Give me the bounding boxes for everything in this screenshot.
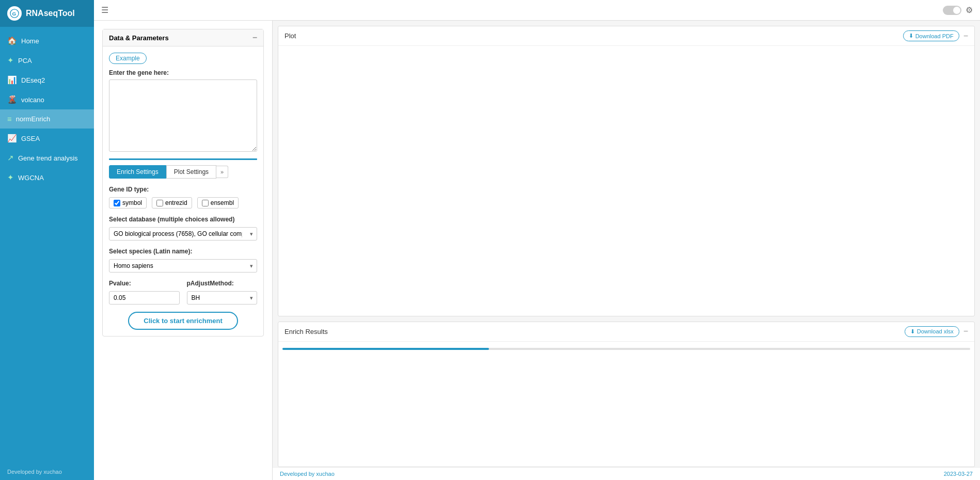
svg-text:G: G (12, 11, 17, 17)
pvalue-col: Pvalue: (109, 280, 180, 305)
example-button[interactable]: Example (109, 53, 147, 64)
download-pdf-icon: ⬇ (909, 33, 913, 39)
sidebar-item-label: PCA (18, 57, 32, 65)
tab-more-button[interactable]: » (216, 166, 228, 178)
database-dropdown-wrapper: GO biological process (7658), GO cellula… (109, 227, 257, 241)
enrich-progress-bar-fill (282, 348, 489, 350)
download-pdf-label: Download PDF (915, 33, 954, 39)
database-select[interactable]: GO biological process (7658), GO cellula… (109, 227, 257, 241)
sidebar: G RNAseqTool 🏠 Home ✦ PCA 📊 DEseq2 🌋 vol… (0, 0, 94, 480)
left-panel: Data & Parameters − Example Enter the ge… (94, 21, 273, 480)
sidebar-item-label: Home (21, 37, 39, 45)
plot-title: Plot (284, 32, 296, 40)
sidebar-item-wgcna[interactable]: ✦ WGCNA (0, 168, 94, 187)
sidebar-item-label: normEnrich (16, 115, 50, 123)
download-xlsx-label: Download xlsx (917, 328, 954, 334)
content-area: Data & Parameters − Example Enter the ge… (94, 21, 980, 480)
sidebar-item-label: WGCNA (18, 174, 44, 182)
settings-tabs: Enrich Settings Plot Settings » (109, 165, 257, 179)
blue-divider (109, 158, 257, 160)
pvalue-label: Pvalue: (109, 280, 180, 287)
volcano-icon: 🌋 (7, 95, 17, 104)
topbar-right: ⚙ (943, 5, 973, 15)
normenrich-icon: ≡ (7, 115, 12, 123)
wgcna-icon: ✦ (7, 173, 14, 182)
download-pdf-button[interactable]: ⬇ Download PDF (903, 30, 959, 41)
enrich-results-body (278, 342, 974, 467)
pvalue-input[interactable] (109, 291, 180, 305)
topbar: ☰ ⚙ (94, 0, 980, 21)
enrich-results-section: Enrich Results ⬇ Download xlsx − (278, 322, 975, 467)
padjust-dropdown-wrapper: BH holm bonferroni BF ▾ (187, 291, 258, 305)
tab-plot-settings[interactable]: Plot Settings (166, 165, 216, 179)
sidebar-item-deseq2[interactable]: 📊 DEseq2 (0, 70, 94, 90)
pca-icon: ✦ (7, 56, 14, 65)
plot-header: Plot ⬇ Download PDF − (278, 26, 974, 46)
plot-body (278, 46, 974, 316)
sidebar-item-pca[interactable]: ✦ PCA (0, 51, 94, 70)
sidebar-item-gsea[interactable]: 📈 GSEA (0, 129, 94, 148)
sidebar-item-label: DEseq2 (21, 76, 45, 84)
data-params-content: Example Enter the gene here: Enrich Sett… (103, 46, 263, 336)
collapse-enrich-button[interactable]: − (963, 327, 968, 335)
data-params-header: Data & Parameters − (103, 29, 263, 46)
pvalue-row: Pvalue: pAdjustMethod: BH holm bonferron… (109, 280, 257, 305)
gsea-icon: 📈 (7, 134, 17, 143)
entrezid-checkbox[interactable] (156, 200, 163, 206)
download-xlsx-button[interactable]: ⬇ Download xlsx (905, 326, 959, 337)
sidebar-item-normenrich[interactable]: ≡ normEnrich (0, 109, 94, 129)
padjust-col: pAdjustMethod: BH holm bonferroni BF ▾ (187, 280, 258, 305)
plot-section: Plot ⬇ Download PDF − (278, 26, 975, 316)
checkbox-symbol[interactable]: symbol (109, 197, 147, 209)
entrezid-label: entrezid (165, 199, 187, 206)
tab-enrich-settings[interactable]: Enrich Settings (109, 165, 166, 179)
data-params-section: Data & Parameters − Example Enter the ge… (102, 29, 264, 337)
collapse-plot-button[interactable]: − (963, 32, 968, 40)
checkbox-ensembl[interactable]: ensembl (197, 197, 239, 209)
gene-id-options: symbol entrezid ensembl (109, 197, 257, 209)
app-title: RNAseqTool (26, 9, 75, 18)
gene-field-label: Enter the gene here: (109, 69, 257, 76)
data-params-title: Data & Parameters (109, 34, 169, 42)
database-label: Select database (multiple choices allowe… (109, 216, 257, 223)
checkbox-entrezid[interactable]: entrezid (152, 197, 192, 209)
app-logo: G (7, 6, 22, 21)
sidebar-item-label: volcano (21, 96, 44, 104)
footer-left: Developed by xuchao (7, 469, 62, 475)
sidebar-footer: Developed by xuchao (0, 463, 94, 480)
footer-credit: Developed by xuchao (280, 471, 335, 477)
home-icon: 🏠 (7, 36, 17, 45)
app-header: G RNAseqTool (0, 0, 94, 27)
collapse-data-params-button[interactable]: − (252, 34, 257, 42)
gene-input[interactable] (109, 79, 257, 152)
sidebar-item-volcano[interactable]: 🌋 volcano (0, 90, 94, 109)
species-label: Select species (Latin name): (109, 248, 257, 255)
right-panel: Plot ⬇ Download PDF − Enrich Results (273, 21, 980, 480)
sidebar-item-home[interactable]: 🏠 Home (0, 31, 94, 51)
footer-date: 2023-03-27 (944, 471, 973, 477)
sidebar-item-label: GSEA (21, 135, 40, 142)
gene-trend-icon: ↗ (7, 153, 14, 163)
main: ☰ ⚙ Data & Parameters − Example Enter th… (94, 0, 980, 480)
symbol-checkbox[interactable] (114, 200, 120, 206)
bottom-bar: Developed by xuchao 2023-03-27 (273, 467, 980, 480)
deseq2-icon: 📊 (7, 75, 17, 85)
sidebar-item-gene-trend[interactable]: ↗ Gene trend analysis (0, 148, 94, 168)
gene-id-label: Gene ID type: (109, 186, 257, 193)
sidebar-nav: 🏠 Home ✦ PCA 📊 DEseq2 🌋 volcano ≡ normEn… (0, 27, 94, 463)
theme-toggle[interactable] (943, 6, 961, 15)
start-enrichment-button[interactable]: Click to start enrichment (128, 312, 238, 330)
padjust-select[interactable]: BH holm bonferroni BF (187, 291, 258, 305)
enrich-progress-bar-wrap (282, 348, 970, 350)
padjust-label: pAdjustMethod: (187, 280, 258, 287)
enrich-results-header: Enrich Results ⬇ Download xlsx − (278, 322, 974, 342)
sidebar-item-label: Gene trend analysis (18, 154, 78, 162)
species-dropdown-wrapper: Homo sapiens Mus musculus Rattus norvegi… (109, 259, 257, 273)
enrich-results-title: Enrich Results (284, 328, 328, 335)
species-select[interactable]: Homo sapiens Mus musculus Rattus norvegi… (109, 259, 257, 273)
ensembl-checkbox[interactable] (202, 200, 209, 206)
gear-icon[interactable]: ⚙ (966, 5, 973, 15)
ensembl-label: ensembl (211, 199, 234, 206)
download-xlsx-icon: ⬇ (910, 328, 915, 335)
menu-icon[interactable]: ☰ (101, 5, 108, 15)
